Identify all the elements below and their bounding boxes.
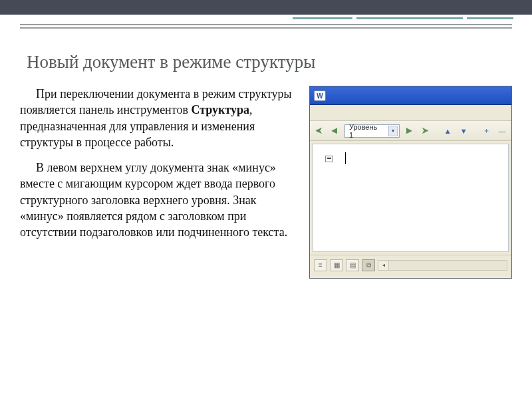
- divider: [0, 24, 532, 29]
- window-menubar[interactable]: [310, 105, 511, 121]
- move-up-button[interactable]: ▲: [441, 124, 454, 138]
- outline-minus-icon: [325, 156, 336, 165]
- p1-bold: Структура: [191, 103, 249, 116]
- window-titlebar[interactable]: W: [310, 86, 511, 105]
- view-print-button[interactable]: ▤: [346, 259, 359, 271]
- view-normal-button[interactable]: ≡: [314, 259, 327, 271]
- view-outline-button[interactable]: ⧉: [362, 259, 375, 271]
- paragraph-2: В левом верхнем углу документа знак «мин…: [20, 160, 297, 240]
- expand-button[interactable]: ＋: [479, 124, 493, 138]
- word-doc-icon: W: [314, 90, 326, 101]
- demote-all-button[interactable]: ⮞: [418, 124, 432, 138]
- text-cursor: [345, 152, 346, 164]
- window-statusbar: ≡ ▦ ▤ ⧉ ◂: [310, 255, 511, 275]
- view-web-button[interactable]: ▦: [330, 259, 343, 271]
- document-editing-area[interactable]: [313, 144, 509, 252]
- demote-button[interactable]: ⯈: [402, 124, 416, 138]
- slide-title: Новый документ в режиме структуры: [27, 52, 505, 72]
- word-window-screenshot: W ⮜ ⯇ Уровень 1 ▾ ⯈ ⮞ ▲ ▼ ＋ — ≡: [309, 86, 512, 279]
- paragraph-1: При переключении документа в режим струк…: [20, 86, 297, 150]
- accent-lines: [293, 17, 513, 19]
- promote-button[interactable]: ⯇: [329, 124, 342, 138]
- outline-level-combo[interactable]: Уровень 1 ▾: [344, 124, 400, 138]
- chevron-down-icon[interactable]: ▾: [388, 126, 398, 136]
- promote-all-button[interactable]: ⮜: [313, 124, 326, 138]
- scroll-left-icon[interactable]: ◂: [378, 261, 389, 270]
- outline-toolbar: ⮜ ⯇ Уровень 1 ▾ ⯈ ⮞ ▲ ▼ ＋ —: [310, 121, 511, 141]
- horizontal-scrollbar[interactable]: ◂: [378, 260, 507, 271]
- move-down-button[interactable]: ▼: [457, 124, 470, 138]
- collapse-button[interactable]: —: [495, 124, 509, 138]
- body-text: При переключении документа в режим струк…: [20, 86, 297, 279]
- slide-top-band: [0, 0, 532, 15]
- outline-level-label: Уровень 1: [349, 123, 383, 139]
